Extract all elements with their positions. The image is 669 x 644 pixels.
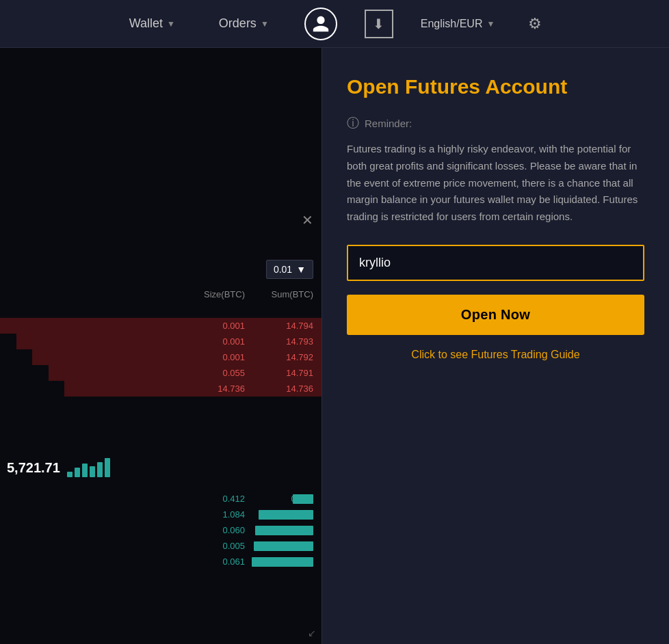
close-button[interactable]: ✕ [302,212,313,228]
table-row: 0.061 1.622 [0,554,322,569]
wallet-label: Wallet [129,16,163,31]
user-icon [311,14,330,33]
sell-size: 14.736 [176,384,245,394]
username-input[interactable] [347,245,644,281]
current-price: 5,721.71 [7,460,60,476]
sell-orders: 0.001 14.794 0.001 14.793 0.001 14.792 0… [0,318,322,397]
main-content: ✕ 0.01 ▼ Size(BTC) Sum(BTC) 0.001 14.794… [0,48,669,644]
size-col-header: Size(BTC) [176,289,245,299]
table-row: 0.055 14.791 [0,365,322,381]
avatar-button[interactable] [304,8,337,40]
modal-title: Open Futures Account [347,75,644,98]
bar-5 [97,462,103,477]
bar-3 [82,464,88,477]
orders-nav[interactable]: Orders ▼ [211,11,277,36]
sell-sum: 14.736 [245,384,313,394]
precision-dropdown[interactable]: 0.01 ▼ [266,260,313,279]
table-row: 0.060 1.556 [0,522,322,538]
table-row: 14.736 14.736 [0,381,322,397]
reminder-row: ⓘ Reminder: [347,115,644,131]
dropdown-value: 0.01 [274,264,292,275]
futures-guide-link[interactable]: Click to see Futures Trading Guide [347,349,644,361]
orderbook-header: Size(BTC) Sum(BTC) [0,286,322,302]
sell-sum: 14.794 [245,321,313,331]
language-selector[interactable]: English/EUR ▼ [421,18,495,30]
disclaimer-text: Futures trading is a highly risky endeav… [347,141,644,226]
orderbook-panel: ✕ 0.01 ▼ Size(BTC) Sum(BTC) 0.001 14.794… [0,48,322,644]
guide-link-text: Click to see Futures Trading Guide [411,349,579,360]
open-now-button[interactable]: Open Now [347,295,644,335]
orders-chevron-icon: ▼ [261,19,269,29]
bar-2 [75,468,80,477]
header: Wallet ▼ Orders ▼ ⬇ English/EUR ▼ ⚙ [0,0,669,48]
sell-size: 0.001 [176,336,245,347]
bar-4 [90,466,95,477]
buy-sum: 1.561 [245,541,313,551]
dropdown-row: 0.01 ▼ [0,253,322,283]
open-futures-modal: Open Futures Account ⓘ Reminder: Futures… [322,48,669,644]
language-label: English/EUR [421,18,483,30]
wallet-chevron-icon: ▼ [167,19,175,29]
buy-sum: 1.556 [245,525,313,535]
table-row: 0.001 14.792 [0,349,322,365]
volume-chart [67,458,110,477]
buy-size: 0.005 [176,541,245,551]
lang-chevron-icon: ▼ [486,19,495,29]
table-row: 0.412 0.412 [0,491,322,507]
bar-6 [105,458,110,477]
orders-label: Orders [219,16,257,31]
table-row: 1.084 1.496 [0,507,322,522]
dropdown-chevron-icon: ▼ [296,264,306,275]
buy-size: 0.060 [176,525,245,535]
download-icon: ⬇ [373,16,384,32]
download-button[interactable]: ⬇ [365,10,393,38]
table-row: 0.005 1.561 [0,538,322,554]
settings-button[interactable]: ⚙ [522,11,548,37]
resize-handle[interactable]: ↙ [308,628,316,639]
sell-sum: 14.791 [245,368,313,378]
sell-sum: 14.792 [245,352,313,362]
bar-1 [67,472,73,477]
sell-sum: 14.793 [245,336,313,347]
buy-orders: 0.412 0.412 1.084 1.496 0.060 1.556 0.00… [0,491,322,569]
buy-sum: 1.496 [245,509,313,520]
buy-size: 0.061 [176,556,245,567]
wallet-nav[interactable]: Wallet ▼ [121,11,183,36]
buy-size: 0.412 [176,494,245,504]
buy-size: 1.084 [176,509,245,520]
price-display: 5,721.71 [7,458,110,477]
open-now-label: Open Now [461,307,530,322]
table-row: 0.001 14.794 [0,318,322,334]
table-row: 0.001 14.793 [0,334,322,349]
info-icon: ⓘ [347,115,359,131]
sell-size: 0.055 [176,368,245,378]
sell-size: 0.001 [176,321,245,331]
gear-icon: ⚙ [528,15,542,33]
reminder-label: Reminder: [365,118,412,129]
sum-col-header: Sum(BTC) [245,289,313,299]
buy-sum: 0.412 [245,494,313,504]
sell-size: 0.001 [176,352,245,362]
buy-sum: 1.622 [245,556,313,567]
